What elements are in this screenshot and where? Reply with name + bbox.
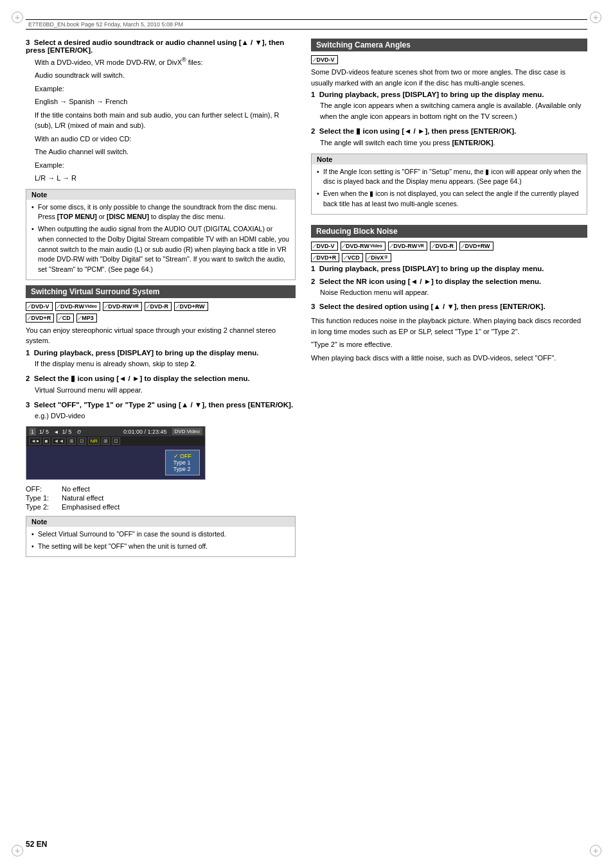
page: E7TE0BD_EN.book Page 52 Friday, March 5,…: [0, 0, 613, 868]
badge-dvd-rw-vr-vs: ∕DVD-RWVR: [103, 302, 142, 311]
icon-grid4: ⊡: [112, 438, 120, 445]
note-box-1: Note For some discs, it is only possible…: [26, 189, 296, 280]
badge-dvd-rw-vr-nr: ∕DVD-RWVR: [388, 242, 427, 251]
vs-step-3: 3 Select "OFF", "Type 1" or "Type 2" usi…: [26, 401, 296, 421]
nr-step-3: 3 Select the desired option using [▲ / ▼…: [311, 303, 587, 310]
badge-dvd-v-vs: ∕DVD-V: [26, 302, 53, 311]
step-3-audio: 3 Select a desired audio soundtrack or a…: [26, 39, 296, 184]
screenshot-box: 1 1/ 5 ◄ 1/ 5 ⏱ 0:01:00 / 1:23:45 DVD Vi…: [26, 426, 206, 480]
icon-grid3: ⊞: [102, 438, 110, 445]
noise-disc-badges-2: ∕DVD+R ∕VCD ∕DivX®: [311, 253, 587, 262]
left-column: 3 Select a desired audio soundtrack or a…: [26, 39, 296, 562]
switching-virtual-header: Switching Virtual Surround System: [26, 285, 296, 298]
corner-mark-tr: [590, 12, 601, 23]
step-3-title: 3 Select a desired audio soundtrack or a…: [26, 39, 296, 54]
screenshot-content: ✓ OFF Type 1 Type 2: [26, 446, 205, 479]
legend-type1: Type 1: Natural effect: [26, 494, 296, 502]
body-example1-value: English → Spanish → French: [35, 96, 296, 107]
legend: OFF: No effect Type 1: Natural effect Ty…: [26, 485, 296, 511]
body-example2-label: Example:: [35, 160, 296, 171]
cam-step-2-body: The angle will switch each time you pres…: [320, 137, 587, 148]
popup-menu: ✓ OFF Type 1 Type 2: [165, 450, 200, 475]
note-box-2: Note Select Virtual Surround to "OFF" in…: [26, 516, 296, 557]
badge-dvd-rw-video-vs: ∕DVD-RWVideo: [55, 302, 100, 311]
nr-step-1: 1 During playback, press [DISPLAY] to br…: [311, 265, 587, 272]
nr-step-3-title: 3 Select the desired option using [▲ / ▼…: [311, 303, 587, 310]
noise-disc-badges-1: ∕DVD-V ∕DVD-RWVideo ∕DVD-RWVR ∕DVD-R ∕DV…: [311, 242, 587, 251]
note-camera-item-1: If the Angle Icon setting is "OFF" in "S…: [317, 167, 582, 188]
icon-grid2: ⊡: [78, 438, 86, 445]
body-dvd-line2: Audio soundtrack will switch.: [35, 70, 296, 81]
badge-dvd-rw-video-nr: ∕DVD-RWVideo: [341, 242, 386, 251]
camera-disc-badges: ∕DVD-V: [311, 55, 587, 64]
corner-mark-tl: [12, 12, 23, 23]
vs-step-1-body: If the display menu is already shown, sk…: [35, 359, 296, 369]
popup-type1: Type 1: [173, 459, 192, 466]
header-bar: E7TE0BD_EN.book Page 52 Friday, March 5,…: [26, 19, 587, 30]
icon-nr: NR: [88, 438, 100, 445]
screenshot-badge: DVD Video: [172, 428, 202, 435]
header-text: E7TE0BD_EN.book Page 52 Friday, March 5,…: [28, 21, 183, 28]
note-item-1-1: For some discs, it is only possible to c…: [31, 202, 290, 223]
icon-play: ◄●: [29, 438, 41, 445]
corner-mark-br: [590, 845, 601, 856]
body-dvd-line1: With a DVD-video, VR mode DVD-RW, or Div…: [35, 56, 296, 67]
vs-step-1-title: 1 During playback, press [DISPLAY] to br…: [26, 349, 296, 357]
switching-camera-section: Switching Camera Angles ∕DVD-V Some DVD-…: [311, 39, 587, 215]
camera-intro: Some DVD-videos feature scenes shot from…: [311, 67, 587, 88]
content-columns: 3 Select a desired audio soundtrack or a…: [26, 39, 587, 562]
legend-type2: Type 2: Emphasised effect: [26, 503, 296, 511]
cam-step-1-title: 1 During playback, press [DISPLAY] to br…: [311, 91, 587, 98]
nr-body-3: When playing back discs with a little no…: [311, 353, 587, 364]
cam-step-2-title: 2 Select the ▮ icon using [◄ / ►], then …: [311, 127, 587, 136]
note-item-1-2: When outputting the audio signal from th…: [31, 224, 290, 275]
badge-dvd-v-cam: ∕DVD-V: [311, 55, 338, 64]
note-2-item-1: Select Virtual Surround to "OFF" in case…: [31, 529, 290, 540]
badge-cd-vs: ∕CD: [57, 314, 74, 323]
note-box-camera: Note If the Angle Icon setting is "OFF" …: [311, 154, 587, 215]
nr-step-2: 2 Select the NR icon using [◄ / ►] to di…: [311, 278, 587, 298]
badge-dvdplusr-nr: ∕DVD+R: [311, 253, 339, 262]
page-number: 52 EN: [26, 840, 47, 849]
right-column: Switching Camera Angles ∕DVD-V Some DVD-…: [311, 39, 587, 562]
screenshot-top-bar: 1 1/ 5 ◄ 1/ 5 ⏱ 0:01:00 / 1:23:45 DVD Vi…: [26, 427, 205, 436]
badge-vcd-nr: ∕VCD: [342, 253, 363, 262]
virtual-intro: You can enjoy stereophonic virtual space…: [26, 325, 296, 346]
vs-step-2-body: Virtual Surround menu will appear.: [35, 385, 296, 396]
popup-off: ✓ OFF: [173, 453, 192, 459]
vs-step-1: 1 During playback, press [DISPLAY] to br…: [26, 349, 296, 369]
nr-step-2-body: Noise Reduction menu will appear.: [320, 287, 587, 298]
nr-step-1-title: 1 During playback, press [DISPLAY] to br…: [311, 265, 587, 272]
popup-type2: Type 2: [173, 466, 192, 472]
screenshot-time: 0:01:00 / 1:23:45: [123, 429, 167, 435]
icon-stop: ■: [43, 438, 50, 445]
cam-step-1: 1 During playback, press [DISPLAY] to br…: [311, 91, 587, 121]
badge-dvd-r-vs: ∕DVD-R: [145, 302, 172, 311]
badge-mp3-vs: ∕MP3: [76, 314, 97, 323]
virtual-disc-badges-2: ∕DVD+R ∕CD ∕MP3: [26, 314, 296, 323]
body-example2-value: L/R → L → R: [35, 173, 296, 184]
legend-off: OFF: No effect: [26, 485, 296, 493]
screenshot-track-info: 1 1/ 5 ◄ 1/ 5 ⏱: [29, 429, 82, 435]
cam-step-2: 2 Select the ▮ icon using [◄ / ►], then …: [311, 127, 587, 148]
vs-step-3-body: e.g.) DVD-video: [35, 411, 296, 421]
note-title-1: Note: [26, 190, 295, 200]
badge-dvdplusr-vs: ∕DVD+R: [26, 314, 54, 323]
corner-mark-bl: [12, 845, 23, 856]
badge-dvdplusrw-nr: ∕DVD+RW: [459, 242, 493, 251]
vs-step-3-title: 3 Select "OFF", "Type 1" or "Type 2" usi…: [26, 401, 296, 409]
reducing-noise-section: Reducing Block Noise ∕DVD-V ∕DVD-RWVideo…: [311, 225, 587, 364]
icon-grid1: ⊞: [67, 438, 76, 445]
nr-body-2: "Type 2" is more effective.: [311, 339, 587, 350]
note-title-2: Note: [26, 517, 295, 527]
badge-dvd-r-nr: ∕DVD-R: [430, 242, 457, 251]
badge-divx-nr: ∕DivX®: [366, 253, 391, 262]
vs-step-2-title: 2 Select the ▮ icon using [◄ / ►] to dis…: [26, 374, 296, 383]
virtual-disc-badges-1: ∕DVD-V ∕DVD-RWVideo ∕DVD-RWVR ∕DVD-R ∕DV…: [26, 302, 296, 311]
switching-virtual-section: Switching Virtual Surround System ∕DVD-V…: [26, 285, 296, 557]
step-3-label: Select a desired audio soundtrack or aud…: [26, 39, 284, 54]
step-3-body: With a DVD-video, VR mode DVD-RW, or Div…: [35, 56, 296, 184]
badge-dvd-v-nr: ∕DVD-V: [311, 242, 338, 251]
note-2-item-2: The setting will be kept "OFF" when the …: [31, 542, 290, 552]
body-cd-line2: The Audio channel will switch.: [35, 146, 296, 157]
